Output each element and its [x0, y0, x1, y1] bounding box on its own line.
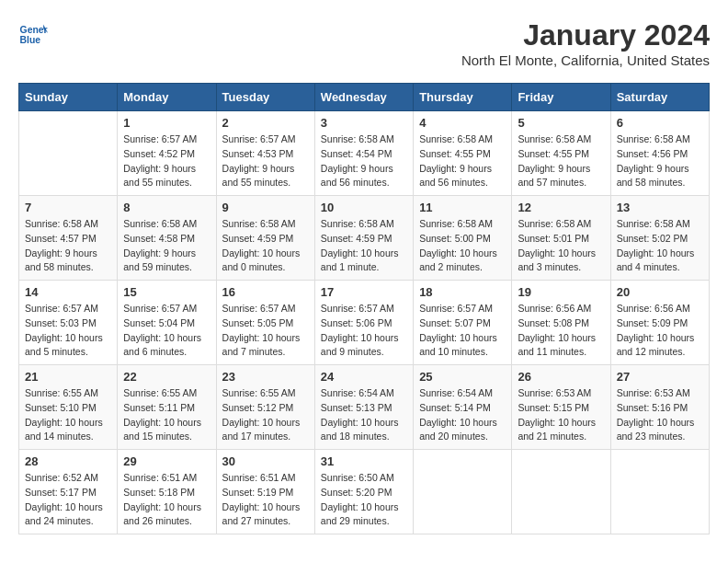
- calendar-cell: 3Sunrise: 6:58 AM Sunset: 4:54 PM Daylig…: [314, 111, 413, 196]
- day-number: 22: [123, 370, 210, 384]
- calendar-cell: 4Sunrise: 6:58 AM Sunset: 4:55 PM Daylig…: [414, 111, 512, 196]
- day-info: Sunrise: 6:57 AM Sunset: 5:07 PM Dayligh…: [419, 302, 506, 360]
- day-number: 31: [321, 454, 407, 468]
- calendar-cell: 18Sunrise: 6:57 AM Sunset: 5:07 PM Dayli…: [414, 281, 512, 365]
- day-header-wednesday: Wednesday: [314, 84, 413, 111]
- title-block: January 2024 North El Monte, California,…: [461, 18, 710, 68]
- day-info: Sunrise: 6:57 AM Sunset: 5:06 PM Dayligh…: [321, 302, 407, 360]
- calendar-week-5: 28Sunrise: 6:52 AM Sunset: 5:17 PM Dayli…: [19, 450, 710, 534]
- day-info: Sunrise: 6:57 AM Sunset: 5:05 PM Dayligh…: [222, 302, 309, 360]
- day-header-sunday: Sunday: [19, 84, 118, 111]
- calendar-cell: 23Sunrise: 6:55 AM Sunset: 5:12 PM Dayli…: [216, 365, 314, 450]
- calendar-cell: 13Sunrise: 6:58 AM Sunset: 5:02 PM Dayli…: [610, 196, 709, 281]
- day-number: 2: [222, 116, 309, 130]
- calendar-cell: 27Sunrise: 6:53 AM Sunset: 5:16 PM Dayli…: [610, 365, 709, 450]
- calendar-week-3: 14Sunrise: 6:57 AM Sunset: 5:03 PM Dayli…: [19, 281, 710, 365]
- day-info: Sunrise: 6:55 AM Sunset: 5:10 PM Dayligh…: [25, 386, 111, 444]
- calendar-cell: 25Sunrise: 6:54 AM Sunset: 5:14 PM Dayli…: [414, 365, 512, 450]
- logo-icon: General Blue: [18, 18, 48, 48]
- day-info: Sunrise: 6:51 AM Sunset: 5:18 PM Dayligh…: [123, 471, 210, 529]
- day-header-monday: Monday: [118, 84, 216, 111]
- calendar-table: SundayMondayTuesdayWednesdayThursdayFrid…: [18, 83, 710, 534]
- page-title: January 2024: [461, 18, 710, 52]
- calendar-cell: 1Sunrise: 6:57 AM Sunset: 4:52 PM Daylig…: [118, 111, 216, 196]
- day-info: Sunrise: 6:55 AM Sunset: 5:11 PM Dayligh…: [123, 386, 210, 444]
- day-number: 25: [419, 370, 506, 384]
- day-number: 15: [123, 285, 210, 299]
- calendar-cell: [610, 450, 709, 534]
- page-header: General Blue January 2024 North El Monte…: [18, 18, 710, 68]
- calendar-cell: 14Sunrise: 6:57 AM Sunset: 5:03 PM Dayli…: [19, 281, 118, 365]
- calendar-cell: 2Sunrise: 6:57 AM Sunset: 4:53 PM Daylig…: [216, 111, 314, 196]
- day-info: Sunrise: 6:57 AM Sunset: 5:03 PM Dayligh…: [25, 302, 111, 360]
- calendar-cell: 12Sunrise: 6:58 AM Sunset: 5:01 PM Dayli…: [512, 196, 610, 281]
- calendar-cell: 20Sunrise: 6:56 AM Sunset: 5:09 PM Dayli…: [610, 281, 709, 365]
- calendar-cell: 31Sunrise: 6:50 AM Sunset: 5:20 PM Dayli…: [314, 450, 413, 534]
- day-number: 6: [617, 116, 703, 130]
- day-info: Sunrise: 6:56 AM Sunset: 5:08 PM Dayligh…: [518, 302, 604, 360]
- calendar-body: 1Sunrise: 6:57 AM Sunset: 4:52 PM Daylig…: [19, 111, 710, 534]
- day-info: Sunrise: 6:57 AM Sunset: 4:53 PM Dayligh…: [222, 132, 309, 190]
- day-header-tuesday: Tuesday: [216, 84, 314, 111]
- day-number: 16: [222, 285, 309, 299]
- day-info: Sunrise: 6:58 AM Sunset: 4:56 PM Dayligh…: [617, 132, 703, 190]
- day-info: Sunrise: 6:58 AM Sunset: 4:57 PM Dayligh…: [25, 217, 111, 275]
- calendar-cell: 22Sunrise: 6:55 AM Sunset: 5:11 PM Dayli…: [118, 365, 216, 450]
- day-number: 14: [25, 285, 111, 299]
- logo: General Blue: [18, 18, 48, 48]
- calendar-cell: 11Sunrise: 6:58 AM Sunset: 5:00 PM Dayli…: [414, 196, 512, 281]
- calendar-cell: 24Sunrise: 6:54 AM Sunset: 5:13 PM Dayli…: [314, 365, 413, 450]
- day-header-thursday: Thursday: [414, 84, 512, 111]
- calendar-cell: 8Sunrise: 6:58 AM Sunset: 4:58 PM Daylig…: [118, 196, 216, 281]
- calendar-cell: 17Sunrise: 6:57 AM Sunset: 5:06 PM Dayli…: [314, 281, 413, 365]
- day-info: Sunrise: 6:58 AM Sunset: 4:58 PM Dayligh…: [123, 217, 210, 275]
- calendar-cell: [512, 450, 610, 534]
- day-number: 13: [617, 201, 703, 214]
- day-number: 12: [518, 201, 604, 214]
- day-header-friday: Friday: [512, 84, 610, 111]
- days-header-row: SundayMondayTuesdayWednesdayThursdayFrid…: [19, 84, 710, 111]
- day-number: 30: [222, 454, 309, 468]
- day-info: Sunrise: 6:53 AM Sunset: 5:16 PM Dayligh…: [617, 386, 703, 444]
- calendar-header: SundayMondayTuesdayWednesdayThursdayFrid…: [19, 84, 710, 111]
- calendar-cell: 19Sunrise: 6:56 AM Sunset: 5:08 PM Dayli…: [512, 281, 610, 365]
- day-info: Sunrise: 6:54 AM Sunset: 5:13 PM Dayligh…: [321, 386, 407, 444]
- day-number: 21: [25, 370, 111, 384]
- day-info: Sunrise: 6:57 AM Sunset: 4:52 PM Dayligh…: [123, 132, 210, 190]
- day-info: Sunrise: 6:50 AM Sunset: 5:20 PM Dayligh…: [321, 471, 407, 529]
- day-number: 27: [617, 370, 703, 384]
- day-info: Sunrise: 6:58 AM Sunset: 5:02 PM Dayligh…: [617, 217, 703, 275]
- calendar-cell: 26Sunrise: 6:53 AM Sunset: 5:15 PM Dayli…: [512, 365, 610, 450]
- day-number: 17: [321, 285, 407, 299]
- day-info: Sunrise: 6:58 AM Sunset: 4:59 PM Dayligh…: [222, 217, 309, 275]
- day-number: 4: [419, 116, 506, 130]
- calendar-cell: 5Sunrise: 6:58 AM Sunset: 4:55 PM Daylig…: [512, 111, 610, 196]
- calendar-cell: 10Sunrise: 6:58 AM Sunset: 4:59 PM Dayli…: [314, 196, 413, 281]
- day-number: 5: [518, 116, 604, 130]
- day-info: Sunrise: 6:58 AM Sunset: 4:54 PM Dayligh…: [321, 132, 407, 190]
- day-number: 28: [25, 454, 111, 468]
- page-subtitle: North El Monte, California, United State…: [461, 52, 710, 68]
- day-number: 24: [321, 370, 407, 384]
- day-number: 10: [321, 201, 407, 214]
- day-info: Sunrise: 6:53 AM Sunset: 5:15 PM Dayligh…: [518, 386, 604, 444]
- calendar-cell: [414, 450, 512, 534]
- calendar-cell: 7Sunrise: 6:58 AM Sunset: 4:57 PM Daylig…: [19, 196, 118, 281]
- day-number: 7: [25, 201, 111, 214]
- day-info: Sunrise: 6:58 AM Sunset: 5:01 PM Dayligh…: [518, 217, 604, 275]
- day-number: 8: [123, 201, 210, 214]
- day-info: Sunrise: 6:58 AM Sunset: 5:00 PM Dayligh…: [419, 217, 506, 275]
- day-info: Sunrise: 6:58 AM Sunset: 4:55 PM Dayligh…: [518, 132, 604, 190]
- calendar-cell: 15Sunrise: 6:57 AM Sunset: 5:04 PM Dayli…: [118, 281, 216, 365]
- calendar-cell: 9Sunrise: 6:58 AM Sunset: 4:59 PM Daylig…: [216, 196, 314, 281]
- calendar-cell: 6Sunrise: 6:58 AM Sunset: 4:56 PM Daylig…: [610, 111, 709, 196]
- calendar-week-2: 7Sunrise: 6:58 AM Sunset: 4:57 PM Daylig…: [19, 196, 710, 281]
- calendar-cell: 21Sunrise: 6:55 AM Sunset: 5:10 PM Dayli…: [19, 365, 118, 450]
- day-number: 11: [419, 201, 506, 214]
- calendar-cell: 28Sunrise: 6:52 AM Sunset: 5:17 PM Dayli…: [19, 450, 118, 534]
- day-number: 20: [617, 285, 703, 299]
- calendar-cell: 16Sunrise: 6:57 AM Sunset: 5:05 PM Dayli…: [216, 281, 314, 365]
- day-number: 9: [222, 201, 309, 214]
- calendar-week-1: 1Sunrise: 6:57 AM Sunset: 4:52 PM Daylig…: [19, 111, 710, 196]
- day-info: Sunrise: 6:51 AM Sunset: 5:19 PM Dayligh…: [222, 471, 309, 529]
